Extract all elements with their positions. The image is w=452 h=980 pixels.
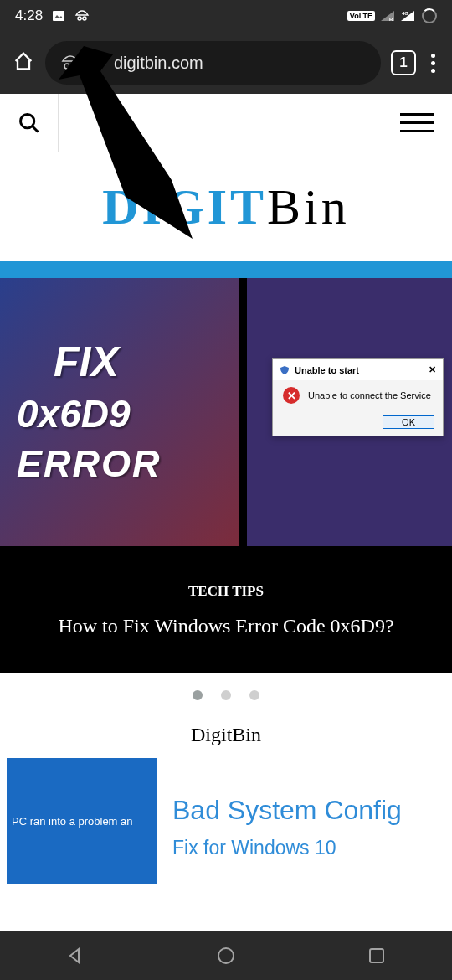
back-icon[interactable] — [65, 946, 85, 966]
error-icon: ✕ — [283, 387, 300, 404]
svg-line-5 — [32, 126, 38, 132]
site-header — [0, 94, 452, 152]
tab-count-button[interactable]: 1 — [391, 50, 416, 75]
carousel-txt-3: ERROR — [17, 440, 239, 489]
loading-spinner-icon — [422, 8, 437, 23]
carousel-category[interactable]: TECH TIPS — [188, 583, 264, 600]
svg-rect-0 — [53, 11, 64, 21]
signal-icon-2: 4G — [400, 10, 417, 22]
site-logo[interactable]: DIGITBin — [0, 152, 452, 261]
article-card[interactable]: PC ran into a problem an Bad System Conf… — [0, 758, 452, 892]
shield-icon — [280, 365, 290, 375]
carousel-image: FIX 0x6D9 ERROR Unable to start ✕ ✕ Unab… — [0, 278, 452, 546]
svg-text:4G: 4G — [402, 11, 408, 16]
status-right: VoLTE R 4G — [347, 8, 437, 23]
lock-icon — [90, 55, 104, 70]
address-bar[interactable]: digitbin.com — [45, 41, 381, 85]
logo-part-2: Bin — [267, 178, 350, 236]
close-icon: ✕ — [429, 364, 436, 375]
carousel-txt-1: FIX — [17, 335, 239, 389]
dialog-footer: OK — [273, 410, 443, 436]
svg-rect-3 — [92, 62, 102, 70]
carousel-accent — [0, 261, 452, 278]
article-text: Bad System Config Fix for Windows 10 — [172, 758, 445, 892]
dialog-title-text: Unable to start — [295, 365, 359, 375]
carousel-caption: TECH TIPS How to Fix Windows Error Code … — [0, 546, 452, 673]
logo-part-1: DIGIT — [102, 178, 267, 236]
incognito-icon — [60, 54, 80, 71]
carousel-image-left: FIX 0x6D9 ERROR — [0, 278, 239, 546]
browser-toolbar: digitbin.com 1 — [0, 32, 452, 94]
featured-carousel[interactable]: FIX 0x6D9 ERROR Unable to start ✕ ✕ Unab… — [0, 261, 452, 673]
article-subline: Fix for Windows 10 — [172, 834, 445, 861]
carousel-dots — [0, 673, 452, 717]
tab-count: 1 — [399, 54, 407, 71]
error-dialog: Unable to start ✕ ✕ Unable to connect th… — [272, 358, 444, 436]
carousel-image-right: Unable to start ✕ ✕ Unable to connect th… — [239, 278, 452, 546]
menu-button[interactable] — [400, 113, 434, 132]
status-time: 4:28 — [15, 8, 43, 24]
home-nav-icon[interactable] — [216, 946, 236, 966]
search-icon — [18, 111, 41, 135]
article-headline[interactable]: Bad System Config — [172, 795, 402, 825]
dialog-body-text: Unable to connect the Service — [308, 390, 431, 400]
signal-icon-1: R — [380, 10, 395, 22]
more-menu-icon[interactable] — [426, 54, 440, 73]
url-text: digitbin.com — [114, 54, 203, 73]
svg-text:R: R — [389, 17, 393, 22]
article-thumbnail: PC ran into a problem an — [7, 758, 157, 884]
thumb-text: PC ran into a problem an — [12, 815, 133, 828]
android-nav-bar — [0, 931, 452, 980]
ok-button: OK — [383, 415, 434, 429]
dialog-body: ✕ Unable to connect the Service — [273, 380, 443, 410]
dialog-titlebar: Unable to start ✕ — [273, 359, 443, 380]
carousel-txt-2: 0x6D9 — [17, 389, 239, 440]
status-left: 4:28 — [15, 8, 90, 24]
carousel-dot-2[interactable] — [221, 690, 231, 700]
carousel-dot-1[interactable] — [193, 690, 203, 700]
carousel-title[interactable]: How to Fix Windows Error Code 0x6D9? — [58, 615, 393, 637]
carousel-dot-3[interactable] — [249, 690, 259, 700]
volte-badge: VoLTE — [347, 11, 375, 21]
android-status-bar: 4:28 VoLTE R 4G — [0, 0, 452, 32]
svg-point-6 — [218, 948, 234, 963]
svg-point-4 — [20, 114, 33, 127]
svg-rect-7 — [370, 949, 383, 962]
gallery-icon — [51, 8, 66, 23]
incognito-status-icon — [74, 8, 90, 23]
section-title: DigitBin — [0, 724, 452, 746]
search-button[interactable] — [0, 94, 59, 152]
recent-icon[interactable] — [367, 946, 387, 966]
home-icon[interactable] — [12, 49, 35, 76]
